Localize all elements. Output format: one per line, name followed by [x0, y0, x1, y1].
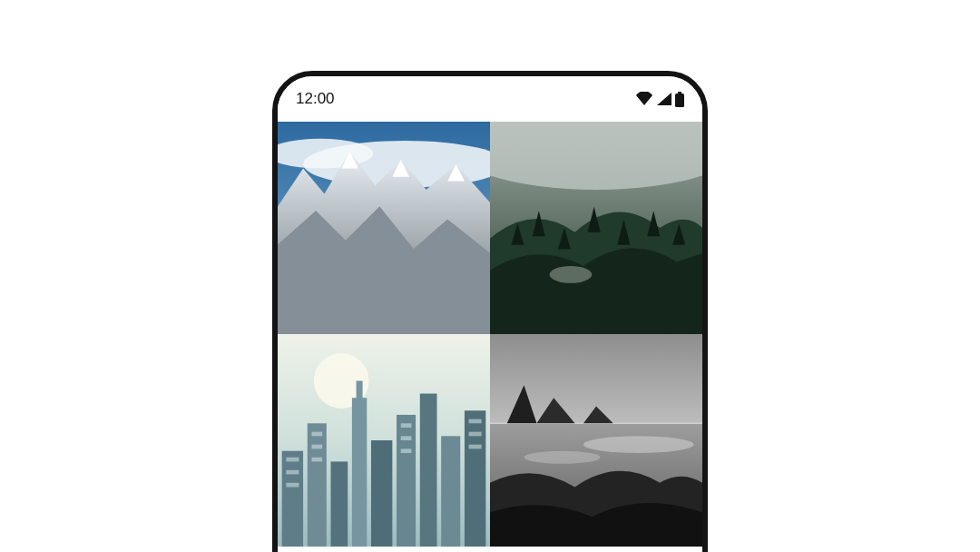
svg-rect-21 [286, 470, 299, 475]
svg-rect-24 [311, 445, 322, 449]
svg-point-6 [490, 122, 702, 190]
svg-rect-19 [465, 410, 485, 547]
svg-rect-14 [357, 380, 363, 401]
grid-tile[interactable] [490, 122, 702, 334]
svg-rect-15 [371, 440, 392, 547]
svg-rect-28 [401, 448, 412, 453]
svg-point-34 [583, 436, 694, 453]
grid-tile[interactable] [278, 334, 490, 547]
svg-rect-17 [420, 394, 437, 547]
battery-icon [675, 92, 684, 107]
status-time: 12:00 [296, 90, 335, 108]
svg-rect-20 [286, 458, 299, 462]
svg-point-35 [524, 451, 600, 464]
svg-rect-16 [397, 415, 416, 547]
svg-rect-11 [308, 423, 327, 547]
page: 12:00 [0, 0, 980, 552]
svg-rect-18 [441, 436, 460, 547]
svg-rect-27 [401, 436, 412, 440]
photo-rocky-coast [490, 334, 702, 547]
photo-grid[interactable] [278, 122, 702, 547]
photo-city-skyline [278, 334, 490, 547]
svg-rect-13 [352, 398, 367, 547]
status-bar: 12:00 [278, 76, 702, 122]
photo-mountains-snow [278, 122, 490, 334]
svg-rect-26 [401, 423, 412, 428]
svg-rect-23 [311, 432, 322, 437]
svg-rect-31 [469, 445, 482, 449]
status-icons [635, 92, 684, 107]
svg-rect-1 [675, 94, 684, 107]
grid-tile[interactable] [490, 334, 702, 547]
svg-rect-22 [286, 483, 299, 488]
wifi-icon [635, 92, 653, 106]
svg-rect-29 [469, 419, 482, 424]
photo-forest-fog [490, 122, 702, 334]
svg-rect-10 [282, 451, 303, 547]
svg-rect-30 [469, 432, 482, 437]
svg-rect-12 [331, 461, 348, 547]
svg-point-7 [550, 266, 593, 283]
cellular-signal-icon [656, 92, 672, 106]
svg-rect-0 [678, 92, 681, 94]
svg-rect-25 [311, 458, 322, 462]
grid-tile[interactable] [278, 122, 490, 334]
phone-frame: 12:00 [272, 71, 708, 552]
